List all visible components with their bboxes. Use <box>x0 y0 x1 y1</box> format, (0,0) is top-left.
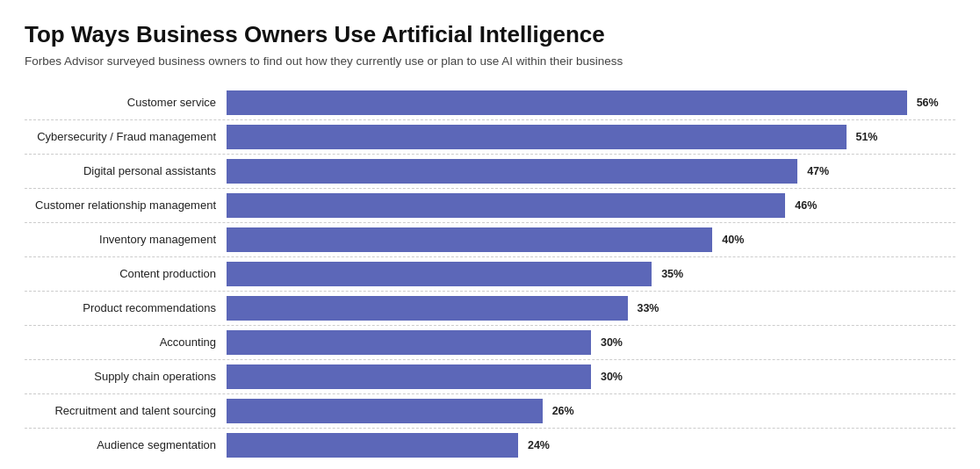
bar-value-label: 47% <box>807 165 829 177</box>
bar-fill: 46% <box>227 193 785 218</box>
bar-row: Supply chain operations30% <box>25 360 955 394</box>
bar-row: Digital personal assistants47% <box>25 155 955 189</box>
bar-track: 51% <box>227 125 955 149</box>
bar-fill: 24% <box>227 433 518 458</box>
bar-track: 40% <box>227 227 955 252</box>
bar-track: 47% <box>227 159 955 184</box>
bar-label: Customer relationship management <box>25 198 227 213</box>
bar-row: Customer relationship management46% <box>25 189 955 223</box>
bar-row: Cybersecurity / Fraud management51% <box>25 120 955 155</box>
bar-value-label: 51% <box>855 131 877 143</box>
bar-fill: 33% <box>227 296 628 321</box>
bar-row: Product recommendations33% <box>25 292 955 326</box>
bar-fill: 35% <box>227 262 652 286</box>
bar-fill: 56% <box>227 90 907 115</box>
bar-track: 26% <box>227 399 955 423</box>
chart-title: Top Ways Business Owners Use Artificial … <box>25 21 955 48</box>
bar-row: Recruitment and talent sourcing26% <box>25 394 955 429</box>
bar-fill: 30% <box>227 330 591 355</box>
bar-value-label: 33% <box>637 302 659 314</box>
bars-section: Customer service56%Cybersecurity / Fraud… <box>25 86 955 462</box>
bar-value-label: 46% <box>795 199 817 212</box>
bar-fill: 26% <box>227 399 543 423</box>
bar-value-label: 30% <box>601 371 623 383</box>
bar-row: Content production35% <box>25 257 955 292</box>
bar-track: 56% <box>227 90 955 115</box>
bar-row: Inventory management40% <box>25 223 955 257</box>
bar-label: Product recommendations <box>25 301 227 316</box>
bar-track: 24% <box>227 433 955 458</box>
bar-value-label: 56% <box>917 97 939 109</box>
bar-label: Digital personal assistants <box>25 164 227 179</box>
bar-track: 33% <box>227 296 955 321</box>
bar-value-label: 26% <box>552 405 574 417</box>
bar-label: Content production <box>25 267 227 282</box>
bar-label: Customer service <box>25 96 227 111</box>
bar-track: 35% <box>227 262 955 286</box>
bar-track: 30% <box>227 330 955 355</box>
bar-row: Customer service56% <box>25 86 955 120</box>
bar-label: Audience segmentation <box>25 438 227 453</box>
bar-label: Accounting <box>25 336 227 350</box>
chart-subtitle: Forbes Advisor surveyed business owners … <box>25 54 955 70</box>
bar-fill: 47% <box>227 159 797 184</box>
bar-row: Audience segmentation24% <box>25 429 955 462</box>
bar-fill: 51% <box>227 125 847 149</box>
bar-label: Inventory management <box>25 233 227 248</box>
bar-value-label: 30% <box>601 336 623 349</box>
bar-value-label: 40% <box>722 234 744 246</box>
bar-fill: 30% <box>227 364 591 389</box>
bar-row: Accounting30% <box>25 326 955 360</box>
bar-label: Supply chain operations <box>25 370 227 385</box>
bar-label: Recruitment and talent sourcing <box>25 404 227 419</box>
bar-label: Cybersecurity / Fraud management <box>25 130 227 145</box>
bar-value-label: 24% <box>528 439 550 451</box>
chart-container: Top Ways Business Owners Use Artificial … <box>0 0 980 469</box>
bar-fill: 40% <box>227 227 712 252</box>
bar-track: 30% <box>227 364 955 389</box>
bar-value-label: 35% <box>661 268 683 280</box>
bar-track: 46% <box>227 193 955 218</box>
